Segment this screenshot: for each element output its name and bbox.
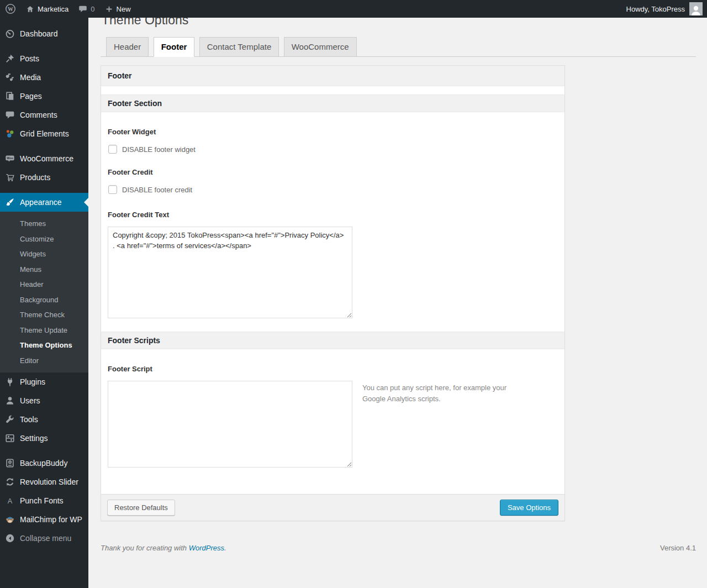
footer-scripts-body: Footer Script You can put any script her… [101, 349, 564, 494]
sidebar-item-products[interactable]: Products [0, 168, 88, 187]
panel-spacer [101, 86, 564, 95]
footer-credit-label: Footer Credit [108, 168, 558, 176]
thanks-period: . [224, 544, 226, 552]
svg-text:A: A [8, 497, 13, 505]
media-notes-icon [4, 72, 15, 83]
tab-woocommerce[interactable]: WooCommerce [284, 37, 357, 57]
plus-icon [105, 5, 113, 13]
footer-credit-text-textarea[interactable]: Copyright &copy; 2015 TokoPress<span><a … [108, 227, 352, 318]
footer-section-header: Footer Section [101, 95, 564, 112]
settings-sliders-icon [4, 433, 15, 444]
footer-thanks-text: Thank you for creating with WordPress. [101, 544, 226, 552]
submenu-item-background[interactable]: Background [0, 292, 88, 308]
refresh-arrows-icon [4, 476, 15, 487]
wordpress-link[interactable]: WordPress [189, 544, 224, 552]
plugin-icon [4, 376, 15, 387]
site-name-link[interactable]: Marketica [21, 0, 73, 18]
footer-credit-text-label: Footer Credit Text [108, 211, 558, 219]
sidebar-item-woocommerce[interactable]: Woo WooCommerce [0, 149, 88, 168]
dashboard-icon [4, 28, 15, 39]
submenu-item-menus[interactable]: Menus [0, 262, 88, 277]
thanks-prefix: Thank you for creating with [101, 544, 187, 552]
sidebar-item-appearance[interactable]: Appearance [0, 193, 88, 212]
restore-defaults-button[interactable]: Restore Defaults [107, 500, 175, 516]
footer-script-help-text: You can put any script here, for example… [362, 381, 531, 468]
disable-footer-credit-checkbox[interactable] [108, 185, 117, 194]
disable-footer-widget-row: DISABLE footer widget [108, 145, 558, 154]
submenu-item-editor[interactable]: Editor [0, 353, 88, 369]
submenu-item-widgets[interactable]: Widgets [0, 246, 88, 262]
sidebar-item-backupbuddy[interactable]: BackupBuddy [0, 454, 88, 473]
footer-scripts-header: Footer Scripts [101, 332, 564, 349]
comments-count: 0 [91, 5, 94, 13]
paintbrush-icon [4, 197, 15, 208]
cart-icon [4, 172, 15, 183]
woocommerce-icon: Woo [4, 153, 15, 164]
admin-bar: W Marketica 0 New Howdy, TokoPress [0, 0, 707, 18]
main-content: Theme Options Header Footer Contact Temp… [88, 0, 707, 552]
disable-footer-widget-label: DISABLE footer widget [122, 145, 196, 154]
collapse-arrow-icon [4, 533, 15, 544]
sidebar-item-grid-elements[interactable]: Grid Elements [0, 124, 88, 143]
admin-footer: Thank you for creating with WordPress. V… [101, 544, 696, 552]
home-icon [26, 5, 34, 13]
sidebar-item-punch-fonts[interactable]: A Punch Fonts [0, 491, 88, 510]
panel-footer-bar: Restore Defaults Save Options [101, 494, 564, 521]
version-label: Version 4.1 [660, 544, 696, 552]
new-label: New [117, 5, 131, 13]
menu-separator [0, 143, 88, 149]
appearance-submenu: Themes Customize Widgets Menus Header Ba… [0, 212, 88, 372]
submenu-item-customize[interactable]: Customize [0, 232, 88, 247]
user-avatar[interactable] [689, 2, 703, 15]
sidebar-item-mailchimp[interactable]: MailChimp for WP [0, 510, 88, 529]
submenu-item-theme-options[interactable]: Theme Options [0, 338, 88, 353]
sidebar-item-revolution-slider[interactable]: Revolution Slider [0, 473, 88, 491]
letter-a-icon: A [4, 495, 15, 506]
footer-section-body: Footer Widget DISABLE footer widget Foot… [101, 112, 564, 332]
mailchimp-monkey-icon [4, 514, 15, 525]
nav-tabs: Header Footer Contact Template WooCommer… [101, 37, 696, 57]
tab-footer[interactable]: Footer [154, 37, 195, 57]
sidebar-item-tools[interactable]: Tools [0, 410, 88, 429]
svg-text:W: W [8, 6, 13, 12]
howdy-user-label[interactable]: Howdy, TokoPress [626, 5, 685, 13]
comments-icon [4, 109, 15, 120]
footer-script-label: Footer Script [108, 365, 558, 373]
wrench-icon [4, 414, 15, 425]
svg-text:Woo: Woo [7, 156, 13, 160]
sidebar-item-posts[interactable]: Posts [0, 49, 88, 68]
grid-elements-icon [4, 128, 15, 139]
menu-separator [0, 448, 88, 454]
disable-footer-credit-label: DISABLE footer credit [122, 186, 192, 194]
sidebar-item-media[interactable]: Media [0, 68, 88, 87]
site-name-label: Marketica [38, 5, 68, 13]
admin-sidebar: Dashboard Posts Media Pages Comments Gri… [0, 18, 88, 588]
disable-footer-widget-checkbox[interactable] [108, 145, 117, 154]
comments-indicator[interactable]: 0 [73, 0, 99, 18]
footer-widget-label: Footer Widget [108, 128, 558, 136]
footer-script-textarea[interactable] [108, 381, 352, 468]
backup-drive-icon [4, 458, 15, 469]
submenu-item-theme-check[interactable]: Theme Check [0, 307, 88, 323]
sidebar-item-users[interactable]: Users [0, 391, 88, 410]
menu-separator [0, 43, 88, 49]
new-content-menu[interactable]: New [100, 0, 136, 18]
theme-options-panel: Footer Footer Section Footer Widget DISA… [101, 65, 565, 521]
submenu-item-theme-update[interactable]: Theme Update [0, 323, 88, 338]
submenu-item-themes[interactable]: Themes [0, 216, 88, 232]
wordpress-logo-icon: W [5, 3, 16, 14]
pages-icon [4, 91, 15, 102]
collapse-menu-button[interactable]: Collapse menu [0, 529, 88, 548]
tab-contact-template[interactable]: Contact Template [199, 37, 279, 57]
sidebar-item-dashboard[interactable]: Dashboard [0, 24, 88, 43]
tab-header[interactable]: Header [106, 37, 149, 57]
sidebar-item-plugins[interactable]: Plugins [0, 372, 88, 391]
sidebar-item-settings[interactable]: Settings [0, 429, 88, 448]
wordpress-logo-menu[interactable]: W [0, 0, 21, 18]
submenu-item-header[interactable]: Header [0, 277, 88, 292]
sidebar-item-pages[interactable]: Pages [0, 87, 88, 106]
sidebar-item-comments[interactable]: Comments [0, 106, 88, 124]
pushpin-icon [4, 53, 15, 64]
user-icon [4, 395, 15, 406]
save-options-button[interactable]: Save Options [500, 500, 558, 516]
